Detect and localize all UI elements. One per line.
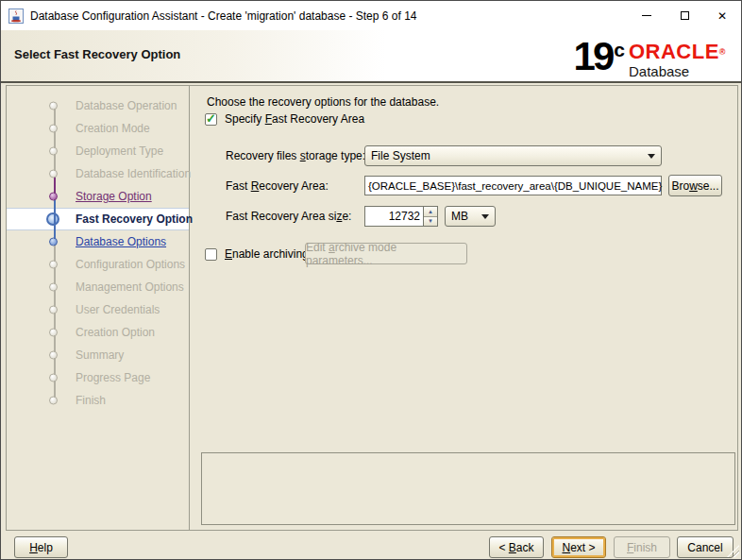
oracle-wordmark: ORACLE® xyxy=(629,42,726,61)
sidebar-step-database-options[interactable]: Database Options xyxy=(7,230,189,253)
oracle-19c-logo: 19 c ORACLE® Database xyxy=(574,34,726,79)
dbca-window: Database Configuration Assistant - Creat… xyxy=(0,0,742,560)
step-dot-icon xyxy=(49,283,58,292)
step-dot-icon xyxy=(49,374,58,382)
fra-size-label: Fast Recovery Area size: xyxy=(226,210,351,223)
close-icon: ✕ xyxy=(717,10,727,22)
step-dot-icon xyxy=(46,212,59,226)
fra-location-label: Fast Recovery Area: xyxy=(226,179,329,193)
fra-size-unit-value: MB xyxy=(451,210,468,223)
step-dot-icon xyxy=(49,261,58,269)
arrow-up-icon: ▲ xyxy=(428,209,433,214)
sidebar-step-deployment-type: Deployment Type xyxy=(7,140,189,162)
storage-type-select[interactable]: File System xyxy=(364,145,662,166)
fra-location-input[interactable]: {ORACLE_BASE}\fast_recovery_area\{DB_UNI… xyxy=(364,176,662,195)
minimize-icon xyxy=(642,15,651,16)
sidebar-step-progress-page: Progress Page xyxy=(7,366,189,389)
wizard-header: Select Fast Recovery Option 19 c ORACLE®… xyxy=(1,30,741,83)
sidebar-step-summary: Summary xyxy=(7,344,189,366)
wizard-body: Database Operation Creation Mode Deploym… xyxy=(6,85,738,531)
checkmark-icon: ✓ xyxy=(206,111,216,126)
logo-19: 19 xyxy=(574,34,613,79)
back-button[interactable]: < Back xyxy=(489,536,544,558)
sidebar-step-fast-recovery-option: Fast Recovery Option xyxy=(7,208,189,230)
window-title: Database Configuration Assistant - Creat… xyxy=(30,9,416,23)
step-dot-icon xyxy=(49,193,58,201)
logo-c: c xyxy=(614,40,625,59)
sidebar-step-creation-option: Creation Option xyxy=(7,321,189,344)
arrow-down-icon: ▼ xyxy=(428,218,433,224)
storage-type-label: Recovery files storage type: xyxy=(226,149,365,162)
cancel-button[interactable]: Cancel xyxy=(677,536,734,558)
specify-fra-label[interactable]: Specify Fast Recovery Area xyxy=(225,112,364,126)
edit-archive-mode-button: Edit archive mode parameters... xyxy=(305,243,467,264)
step-dot-icon xyxy=(49,147,58,156)
page-title: Select Fast Recovery Option xyxy=(14,47,180,61)
page-content: Choose the recovery options for the data… xyxy=(190,86,737,530)
storage-type-value: File System xyxy=(371,149,430,162)
fra-size-unit-select[interactable]: MB xyxy=(445,206,496,227)
step-list: Database Operation Creation Mode Deploym… xyxy=(7,94,189,412)
next-button[interactable]: Next > xyxy=(551,536,606,558)
step-dot-icon xyxy=(49,397,58,405)
sidebar-step-management-options: Management Options xyxy=(7,276,189,298)
specify-fra-checkbox[interactable]: ✓ xyxy=(205,113,217,126)
sidebar-step-database-identification: Database Identification xyxy=(7,162,189,185)
logo-database-text: Database xyxy=(629,63,726,79)
maximize-icon xyxy=(681,11,689,20)
instruction-text: Choose the recovery options for the data… xyxy=(207,95,439,109)
button-bar: Help < Back Next > Finish Cancel xyxy=(1,531,741,560)
title-bar: Database Configuration Assistant - Creat… xyxy=(1,1,741,30)
sidebar-step-user-credentials: User Credentials xyxy=(7,298,189,321)
step-dot-icon xyxy=(49,306,58,314)
step-rail-active-segment xyxy=(54,196,56,242)
finish-button: Finish xyxy=(614,536,670,558)
maximize-button[interactable] xyxy=(666,1,703,30)
step-dot-icon xyxy=(49,238,58,246)
registered-mark: ® xyxy=(719,47,726,57)
step-sidebar: Database Operation Creation Mode Deploym… xyxy=(7,86,190,530)
sidebar-step-storage-option[interactable]: Storage Option xyxy=(7,185,189,208)
browse-button[interactable]: Browse... xyxy=(668,175,722,196)
sidebar-step-configuration-options: Configuration Options xyxy=(7,253,189,276)
sidebar-step-creation-mode: Creation Mode xyxy=(7,117,189,140)
message-box xyxy=(201,452,735,525)
step-dot-icon xyxy=(49,170,58,178)
fra-size-spinner: 12732 ▲ ▼ xyxy=(364,206,438,227)
close-button[interactable]: ✕ xyxy=(703,1,741,30)
step-dot-icon xyxy=(49,351,58,360)
window-controls: ✕ xyxy=(628,1,741,30)
help-button[interactable]: Help xyxy=(14,536,68,558)
spinner-up-button[interactable]: ▲ xyxy=(424,207,437,217)
sidebar-step-database-operation: Database Operation xyxy=(7,94,189,117)
chevron-down-icon xyxy=(648,154,655,159)
fra-size-input[interactable]: 12732 xyxy=(364,206,424,227)
enable-archiving-label[interactable]: Enable archiving xyxy=(225,247,309,261)
minimize-button[interactable] xyxy=(628,1,666,30)
java-app-icon xyxy=(8,8,24,24)
enable-archiving-checkbox[interactable] xyxy=(205,248,217,261)
spinner-down-button[interactable]: ▼ xyxy=(424,217,437,227)
sidebar-step-finish: Finish xyxy=(7,389,189,412)
step-dot-icon xyxy=(49,329,58,337)
step-dot-icon xyxy=(49,102,58,110)
chevron-down-icon xyxy=(481,214,489,219)
step-dot-icon xyxy=(49,125,58,133)
